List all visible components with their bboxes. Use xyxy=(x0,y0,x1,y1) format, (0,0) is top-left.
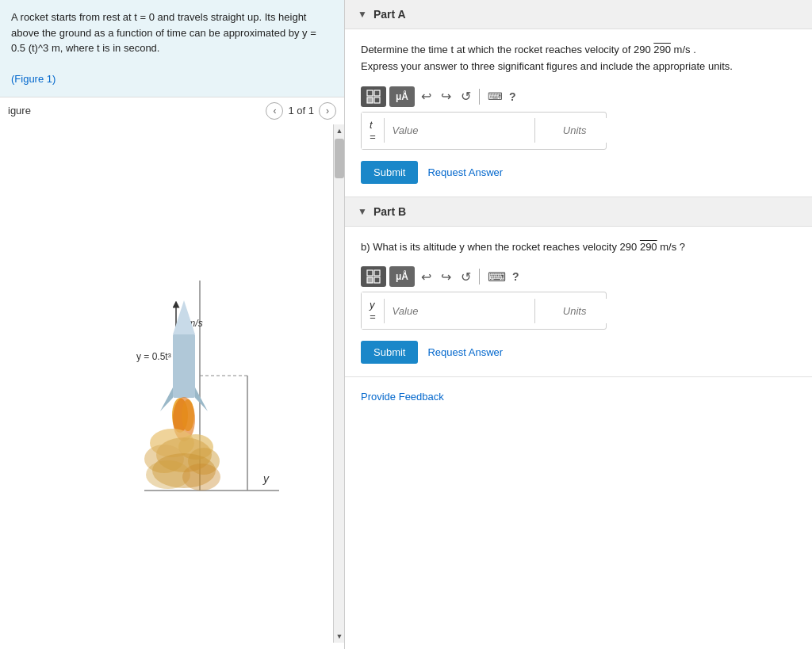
part-a-mu-button[interactable]: μÅ xyxy=(389,86,415,107)
figure-link[interactable]: (Figure 1) xyxy=(11,73,56,85)
part-b-redo-button[interactable]: ↪ xyxy=(438,268,454,286)
part-a-question: Determine the time t at which the rocket… xyxy=(361,42,796,75)
part-a-value-input[interactable] xyxy=(384,118,535,143)
part-a-undo-button[interactable]: ↩ xyxy=(418,87,435,105)
part-b-help-button[interactable]: ? xyxy=(512,270,519,283)
part-b-actions: Submit Request Answer xyxy=(361,341,796,364)
part-b-value-input[interactable] xyxy=(384,299,535,323)
part-b-answer-label: y = xyxy=(362,292,384,329)
svg-rect-31 xyxy=(367,277,373,283)
figure-nav-text: 1 of 1 xyxy=(288,105,314,116)
part-a-help-button[interactable]: ? xyxy=(509,90,516,103)
problem-statement: A rocket starts from rest at t = 0 and t… xyxy=(11,11,316,54)
part-b-toolbar-divider xyxy=(479,269,480,284)
scroll-down-arrow[interactable]: ▼ xyxy=(334,630,344,643)
prev-figure-button[interactable]: ‹ xyxy=(266,102,283,120)
part-a-toolbar-divider xyxy=(479,89,480,105)
provide-feedback-link[interactable]: Provide Feedback xyxy=(361,391,444,403)
figure-nav: igure ‹ 1 of 1 › xyxy=(0,97,344,124)
part-b-q-text: b) What is its altitude y when the rocke… xyxy=(361,241,637,253)
svg-rect-28 xyxy=(374,97,380,103)
part-a-velocity-value: 290 xyxy=(653,44,671,55)
part-a-actions: Submit Request Answer xyxy=(361,161,796,184)
part-a-request-answer-link[interactable]: Request Answer xyxy=(427,166,503,178)
scroll-bar[interactable]: ▲ ▼ xyxy=(333,124,344,643)
part-a-section: ▼ Part A Determine the time t at which t… xyxy=(345,0,812,197)
part-a-q2-text: Express your answer to three significant… xyxy=(361,60,733,72)
figure-canvas: y v m/s y = 0.5t³ (m) xyxy=(0,124,344,643)
part-a-collapse-icon: ▼ xyxy=(358,9,367,20)
part-a-header[interactable]: ▼ Part A xyxy=(345,0,812,29)
svg-marker-13 xyxy=(195,387,208,411)
part-a-grid-button[interactable] xyxy=(361,86,386,107)
part-a-content: Determine the time t at which the rocket… xyxy=(345,29,812,197)
svg-rect-26 xyxy=(374,90,380,96)
part-b-answer-row: y = xyxy=(361,292,607,330)
part-b-undo-button[interactable]: ↩ xyxy=(418,268,435,286)
part-a-title: Part A xyxy=(373,8,406,21)
part-b-title: Part B xyxy=(373,205,406,218)
nav-controls: ‹ 1 of 1 › xyxy=(266,102,336,120)
part-a-submit-button[interactable]: Submit xyxy=(361,161,418,184)
scroll-thumb[interactable] xyxy=(335,139,344,178)
svg-rect-30 xyxy=(374,270,380,276)
part-b-q-mark: ? xyxy=(680,241,685,253)
rocket-illustration: y v m/s y = 0.5t³ (m) xyxy=(49,257,295,510)
figure-label: igure xyxy=(8,105,31,116)
part-b-section: ▼ Part B b) What is its altitude y when … xyxy=(345,197,812,378)
part-b-velocity-unit: m/s xyxy=(660,241,676,253)
part-b-grid-button[interactable] xyxy=(361,266,386,287)
part-a-q1-text: Determine the time t at which the rocket… xyxy=(361,44,651,55)
svg-marker-12 xyxy=(160,387,173,411)
svg-rect-27 xyxy=(367,97,373,103)
part-b-question: b) What is its altitude y when the rocke… xyxy=(361,239,796,256)
svg-rect-11 xyxy=(173,334,195,398)
feedback-section: Provide Feedback xyxy=(345,377,812,415)
svg-rect-32 xyxy=(374,277,380,283)
part-b-mu-button[interactable]: μÅ xyxy=(389,266,415,287)
part-a-answer-row: t = xyxy=(361,112,607,150)
figure-scroll-area: y v m/s y = 0.5t³ (m) xyxy=(0,124,344,643)
part-a-redo-button[interactable]: ↪ xyxy=(438,87,454,105)
problem-text: A rocket starts from rest at t = 0 and t… xyxy=(0,0,344,97)
part-a-toolbar: μÅ ↩ ↪ ↺ ⌨ ? xyxy=(361,86,796,107)
part-a-period: . xyxy=(693,44,696,55)
part-a-answer-label: t = xyxy=(362,113,384,149)
part-a-keyboard-button[interactable]: ⌨ xyxy=(485,89,506,104)
grid-icon xyxy=(366,90,381,104)
scroll-up-arrow[interactable]: ▲ xyxy=(334,124,344,137)
figure-wrapper: igure ‹ 1 of 1 › y xyxy=(0,97,344,643)
grid-icon-b xyxy=(366,269,381,284)
next-figure-button[interactable]: › xyxy=(319,102,336,120)
part-b-velocity-value: 290 xyxy=(640,241,657,253)
left-panel: A rocket starts from rest at t = 0 and t… xyxy=(0,0,345,649)
part-b-content: b) What is its altitude y when the rocke… xyxy=(345,227,812,377)
svg-rect-25 xyxy=(367,90,373,96)
part-b-units-input[interactable] xyxy=(535,299,615,323)
svg-text:y: y xyxy=(262,472,270,485)
part-a-reset-button[interactable]: ↺ xyxy=(458,87,474,105)
part-b-toolbar: μÅ ↩ ↪ ↺ ⌨ ? xyxy=(361,266,796,287)
part-b-request-answer-link[interactable]: Request Answer xyxy=(427,346,503,358)
svg-rect-29 xyxy=(367,270,373,276)
right-panel: ▼ Part A Determine the time t at which t… xyxy=(345,0,812,649)
part-b-keyboard-button[interactable]: ⌨ xyxy=(485,268,509,286)
part-b-reset-button[interactable]: ↺ xyxy=(458,268,474,286)
part-b-collapse-icon: ▼ xyxy=(358,206,367,217)
part-b-submit-button[interactable]: Submit xyxy=(361,341,418,364)
part-a-units-input[interactable] xyxy=(535,118,615,143)
svg-point-24 xyxy=(182,464,220,491)
part-a-velocity-unit: m/s xyxy=(674,44,691,55)
part-b-header[interactable]: ▼ Part B xyxy=(345,197,812,227)
